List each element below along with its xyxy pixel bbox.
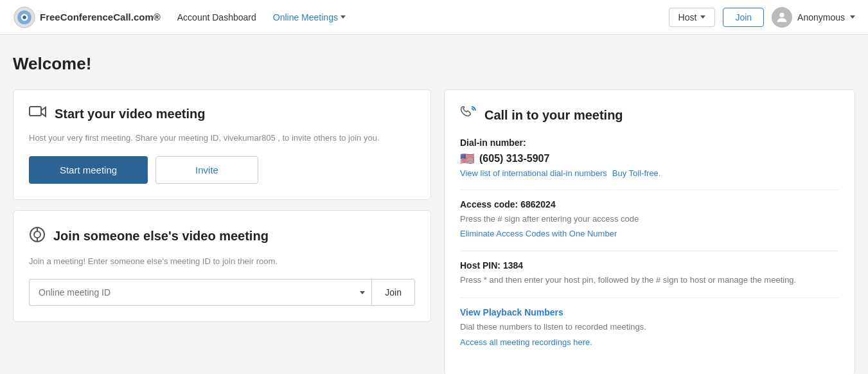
svg-point-3 [22, 15, 26, 19]
avatar [772, 7, 792, 28]
join-icon [29, 226, 46, 246]
main-content: Welcome! Start your video meeting Host y… [0, 35, 868, 374]
svg-point-4 [779, 12, 784, 17]
playback-note: Dial these numbers to listen to recorded… [460, 321, 839, 333]
card-header-join: Join someone else's video meeting [29, 226, 415, 246]
dial-in-section: Dial-in number: 🇺🇸 (605) 313-5907 View l… [460, 138, 839, 178]
logo-icon [13, 6, 36, 29]
user-area[interactable]: Anonymous [772, 7, 855, 28]
phone-row: 🇺🇸 (605) 313-5907 [460, 152, 839, 166]
right-column: Call in to your meeting Dial-in number: … [444, 89, 855, 374]
join-header-button[interactable]: Join [723, 8, 764, 27]
divider-1 [460, 190, 839, 190]
host-pin-section: Host PIN: 1384 Press * and then enter yo… [460, 260, 839, 286]
join-meeting-title: Join someone else's video meeting [53, 229, 269, 244]
phone-icon [460, 105, 477, 125]
chevron-down-icon [360, 291, 365, 294]
chevron-down-icon [700, 15, 705, 19]
divider-2 [460, 251, 839, 251]
start-meeting-title: Start your video meeting [55, 107, 206, 121]
invite-button[interactable]: Invite [155, 156, 258, 184]
svg-rect-5 [30, 107, 41, 116]
video-icon [29, 105, 47, 123]
international-link[interactable]: View list of international dial-in numbe… [460, 168, 607, 178]
host-pin-note: Press * and then enter your host pin, fo… [460, 274, 839, 286]
start-meeting-buttons: Start meeting Invite [29, 156, 415, 184]
us-flag-icon: 🇺🇸 [460, 152, 474, 166]
join-meeting-card: Join someone else's video meeting Join a… [13, 210, 431, 323]
chevron-down-icon [850, 15, 855, 19]
playback-link[interactable]: View Playback Numbers [460, 307, 839, 317]
nav-account-dashboard[interactable]: Account Dashboard [176, 10, 258, 25]
recordings-link[interactable]: Access all meeting recordings here. [460, 337, 592, 347]
call-card-title: Call in to your meeting [484, 108, 623, 123]
header: FreeConferenceCall.com® Account Dashboar… [0, 0, 868, 35]
user-name: Anonymous [797, 12, 845, 22]
start-meeting-button[interactable]: Start meeting [29, 156, 148, 184]
playback-section: View Playback Numbers Dial these numbers… [460, 307, 839, 347]
international-links: View list of international dial-in numbe… [460, 168, 839, 178]
divider-3 [460, 298, 839, 298]
host-button[interactable]: Host [669, 8, 716, 27]
access-code-section: Access code: 6862024 Press the # sign af… [460, 199, 839, 239]
card-header-video: Start your video meeting [29, 105, 415, 123]
phone-number: (605) 313-5907 [479, 153, 549, 165]
svg-point-7 [34, 231, 40, 238]
header-right: Host Join Anonymous [669, 7, 855, 28]
left-column: Start your video meeting Host your very … [13, 89, 431, 322]
dial-in-label: Dial-in number: [460, 138, 839, 148]
access-code-label: Access code: 6862024 [460, 199, 839, 209]
welcome-title: Welcome! [13, 54, 855, 74]
chevron-down-icon [341, 15, 346, 19]
meeting-id-dropdown-button[interactable] [353, 279, 371, 306]
eliminate-access-link[interactable]: Eliminate Access Codes with One Number [460, 229, 617, 238]
join-meeting-desc: Join a meeting! Enter someone else's mee… [29, 255, 415, 268]
call-in-card: Call in to your meeting Dial-in number: … [444, 89, 855, 374]
join-meeting-button[interactable]: Join [371, 279, 415, 306]
logo-area: FreeConferenceCall.com® [13, 6, 161, 29]
nav-online-meetings[interactable]: Online Meetings [273, 12, 346, 22]
join-input-row: Join [29, 279, 415, 306]
host-pin-label: Host PIN: 1384 [460, 260, 839, 271]
start-meeting-desc: Host your very first meeting. Share your… [29, 132, 415, 145]
call-card-header: Call in to your meeting [460, 105, 839, 125]
start-meeting-card: Start your video meeting Host your very … [13, 89, 431, 200]
toll-free-link[interactable]: Buy Toll-free. [612, 168, 661, 178]
access-code-note: Press the # sign after entering your acc… [460, 213, 839, 225]
logo-text: FreeConferenceCall.com® [40, 12, 161, 22]
meeting-id-input[interactable] [29, 279, 353, 306]
cards-row: Start your video meeting Host your very … [13, 89, 855, 374]
